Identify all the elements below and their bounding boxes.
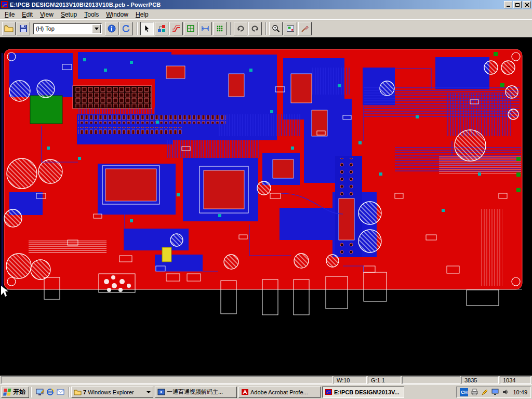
internet-explorer-icon[interactable]	[46, 388, 55, 396]
route-toolbar-button[interactable]	[169, 22, 183, 35]
acrobat-icon	[241, 389, 249, 395]
minimize-icon	[507, 6, 510, 7]
main-toolbar: (H) Top	[0, 20, 532, 37]
taskbar: 开始 7 Windows Explorer 一通百通视频解码主...	[0, 384, 532, 399]
pen-icon[interactable]	[481, 388, 489, 396]
board-viewer-icon	[286, 24, 295, 33]
dimension-icon	[201, 24, 209, 33]
maximize-icon	[515, 3, 520, 7]
design-icon	[157, 24, 166, 33]
toolbar-separator	[230, 22, 231, 35]
taskbar-separator	[31, 387, 32, 397]
status-y-coordinate: 1034	[500, 376, 531, 384]
task-adobe-acrobat[interactable]: Adobe Acrobat Profe...	[238, 387, 321, 398]
status-line-width: W:10	[334, 376, 367, 384]
status-grid: G:1 1	[368, 376, 401, 384]
route-icon	[172, 24, 180, 33]
save-icon	[19, 24, 28, 33]
layer-selector-value: (H) Top	[34, 25, 92, 32]
start-icon	[3, 388, 12, 396]
volume-icon[interactable]	[501, 388, 510, 396]
cleanup-button[interactable]	[298, 22, 312, 35]
pcb-canvas[interactable]	[0, 37, 532, 376]
select-button[interactable]	[140, 22, 154, 35]
info-icon	[108, 24, 116, 33]
save-button[interactable]	[17, 22, 30, 35]
drafting-toolbar-button[interactable]	[184, 22, 197, 35]
cleanup-icon	[301, 24, 309, 33]
task-label: E:\PCB DESIGN\2013V...	[334, 389, 400, 395]
redraw-button[interactable]	[119, 22, 133, 35]
open-file-button[interactable]	[2, 22, 16, 35]
task-windows-explorer[interactable]: 7 Windows Explorer	[71, 387, 153, 398]
system-tray: CH 10:49	[456, 387, 531, 398]
clock[interactable]: 10:49	[512, 389, 527, 395]
status-message	[1, 376, 332, 384]
menu-help[interactable]: Help	[132, 10, 152, 19]
maximize-button[interactable]	[513, 1, 522, 8]
drafting-icon	[187, 24, 195, 33]
menu-file[interactable]: File	[1, 10, 18, 19]
window-title: E:\PCB DESIGN\2013V10B\2013V10B.pcb - Po…	[10, 2, 503, 8]
undo-button[interactable]	[234, 22, 247, 35]
menu-setup[interactable]: Setup	[57, 10, 81, 19]
status-bar: W:10 G:1 1 3835 1034	[0, 376, 532, 384]
language-indicator[interactable]: CH	[460, 388, 468, 396]
info-button[interactable]	[105, 22, 118, 35]
menu-window[interactable]: Window	[102, 10, 132, 19]
dimensioning-toolbar-button[interactable]	[198, 22, 212, 35]
layer-selector[interactable]: (H) Top	[33, 23, 102, 34]
minimize-button[interactable]	[504, 1, 512, 8]
design-toolbar-button[interactable]	[155, 22, 168, 35]
task-label: 一通百通视频解码主...	[167, 388, 223, 396]
start-button[interactable]: 开始	[1, 387, 29, 398]
layer-selector-dropdown[interactable]	[92, 24, 101, 33]
app-icon	[1, 1, 8, 8]
redo-button[interactable]	[248, 22, 262, 35]
close-button[interactable]	[523, 1, 531, 8]
zoom-icon	[272, 24, 280, 33]
title-bar: E:\PCB DESIGN\2013V10B\2013V10B.pcb - Po…	[0, 0, 532, 9]
status-x-coordinate: 3835	[461, 376, 499, 384]
task-video-decoder[interactable]: 一通百通视频解码主...	[155, 387, 237, 398]
eco-icon	[216, 24, 224, 33]
video-app-icon	[157, 389, 165, 395]
pcb-board	[2, 49, 522, 289]
status-spacer	[402, 376, 460, 384]
menu-bar: File Edit View Setup Tools Window Help	[0, 9, 532, 20]
taskbar-separator	[69, 387, 70, 397]
task-powerpcb[interactable]: E:\PCB DESIGN\2013V...	[322, 387, 404, 398]
close-icon	[525, 3, 529, 7]
board-viewer-button[interactable]	[284, 22, 297, 35]
select-icon	[143, 24, 151, 33]
zoom-button[interactable]	[269, 22, 283, 35]
toolbar-separator	[137, 22, 138, 35]
start-label: 开始	[13, 388, 25, 396]
menu-tools[interactable]: Tools	[81, 10, 102, 19]
undo-icon	[236, 24, 245, 33]
toolbar-separator	[265, 22, 267, 35]
chevron-down-icon	[147, 391, 151, 393]
open-icon	[4, 24, 14, 33]
task-label: Adobe Acrobat Profe...	[250, 389, 308, 395]
redraw-icon	[122, 24, 130, 33]
powerpcb-icon	[325, 389, 332, 395]
quick-launch	[33, 388, 67, 396]
outlook-icon[interactable]	[56, 388, 65, 396]
eco-toolbar-button[interactable]	[213, 22, 227, 35]
show-desktop-icon[interactable]	[35, 388, 44, 396]
redo-icon	[251, 24, 259, 33]
menu-edit[interactable]: Edit	[18, 10, 36, 19]
printer-icon[interactable]	[470, 388, 478, 396]
powerpcb-window: E:\PCB DESIGN\2013V10B\2013V10B.pcb - Po…	[0, 0, 532, 399]
monitor-icon[interactable]	[491, 388, 499, 396]
menu-view[interactable]: View	[36, 10, 57, 19]
chevron-down-icon	[95, 28, 99, 30]
folder-icon	[74, 389, 82, 395]
task-label: Windows Explorer	[88, 389, 134, 395]
pcb-artwork	[0, 37, 532, 376]
task-group-count: 7	[83, 389, 86, 395]
